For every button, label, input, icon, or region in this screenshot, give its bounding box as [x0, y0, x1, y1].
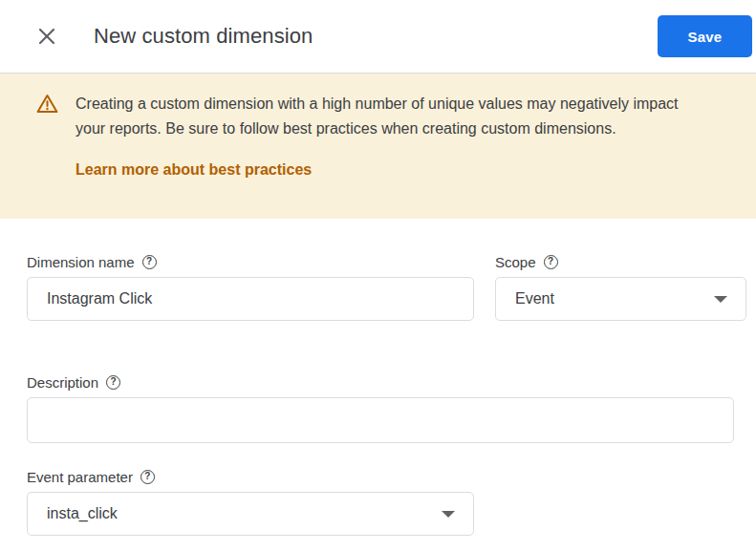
description-input[interactable] [27, 397, 734, 443]
save-button[interactable]: Save [658, 15, 752, 57]
description-help-icon[interactable]: ? [106, 375, 120, 390]
warning-banner: Creating a custom dimension with a high … [0, 73, 756, 219]
warning-banner-body: Creating a custom dimension with a high … [76, 92, 695, 179]
scope-field: Scope ? Event [495, 253, 746, 321]
new-custom-dimension-dialog: New custom dimension Save Creating a cus… [0, 0, 756, 551]
dimension-name-input[interactable] [27, 277, 474, 321]
event-parameter-help-icon[interactable]: ? [140, 470, 155, 484]
dimension-name-field: Dimension name ? [27, 253, 474, 321]
close-icon [37, 27, 56, 46]
description-label: Description [27, 374, 98, 391]
event-parameter-dropdown-value: insta_click [47, 505, 118, 522]
dimension-name-label-row: Dimension name ? [27, 253, 474, 270]
form-row-event-parameter: Event parameter ? insta_click [27, 468, 756, 536]
custom-dimension-form: Dimension name ? Scope ? Event [0, 219, 756, 536]
event-parameter-label: Event parameter [27, 469, 133, 485]
form-row-description: Description ? [27, 373, 756, 443]
chevron-down-icon [442, 511, 455, 518]
scope-dropdown-value: Event [515, 290, 554, 307]
scope-help-icon[interactable]: ? [544, 255, 558, 269]
warning-message: Creating a custom dimension with a high … [76, 92, 695, 141]
description-field: Description ? [27, 373, 734, 443]
scope-label: Scope [495, 254, 536, 270]
event-parameter-label-row: Event parameter ? [27, 468, 474, 485]
form-row-name-scope: Dimension name ? Scope ? Event [27, 253, 756, 321]
close-button[interactable] [34, 24, 59, 49]
dimension-name-label: Dimension name [27, 254, 135, 270]
event-parameter-field: Event parameter ? insta_click [27, 468, 474, 536]
page-title: New custom dimension [94, 24, 313, 49]
chevron-down-icon [714, 296, 727, 303]
learn-more-link[interactable]: Learn more about best practices [76, 161, 312, 179]
scope-dropdown[interactable]: Event [495, 277, 746, 321]
warning-triangle-icon [36, 94, 58, 117]
dimension-name-help-icon[interactable]: ? [142, 255, 157, 269]
dialog-header: New custom dimension Save [0, 0, 756, 73]
description-label-row: Description ? [27, 373, 734, 391]
event-parameter-dropdown[interactable]: insta_click [27, 492, 474, 536]
scope-label-row: Scope ? [495, 253, 746, 270]
